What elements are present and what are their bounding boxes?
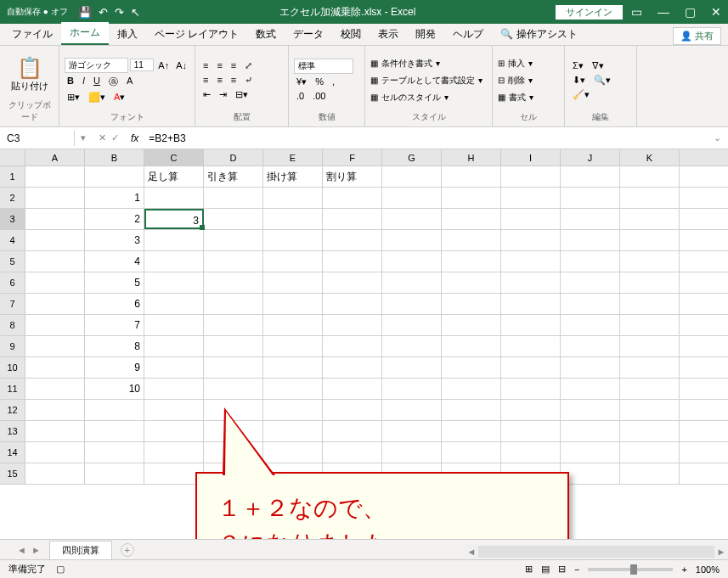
cell[interactable] <box>620 315 680 335</box>
zoom-in-icon[interactable]: + <box>681 564 686 575</box>
cell[interactable] <box>561 315 620 335</box>
cell[interactable] <box>25 463 85 484</box>
paste-button[interactable]: 📋 貼り付け <box>5 56 54 93</box>
cell[interactable] <box>323 251 382 272</box>
cell[interactable] <box>501 442 561 463</box>
minimize-icon[interactable]: — <box>657 5 669 19</box>
row-header-14[interactable]: 14 <box>0 442 25 463</box>
cell[interactable] <box>204 379 263 399</box>
cell[interactable] <box>263 357 323 378</box>
cell[interactable] <box>204 294 263 314</box>
cell[interactable]: 5 <box>85 272 144 293</box>
cell[interactable]: 9 <box>85 357 144 378</box>
row-header-3[interactable]: 3 <box>0 209 25 229</box>
cell[interactable] <box>501 230 561 250</box>
tab-review[interactable]: 校閲 <box>332 24 370 45</box>
cell[interactable] <box>442 230 501 250</box>
align-left-icon[interactable]: ≡ <box>200 74 211 87</box>
sheet-nav-next-icon[interactable]: ► <box>31 545 41 555</box>
cell[interactable] <box>501 421 561 441</box>
cell[interactable] <box>442 251 501 272</box>
cell[interactable] <box>204 272 263 293</box>
cell[interactable] <box>382 209 442 229</box>
cell[interactable] <box>85 421 144 441</box>
cell[interactable] <box>25 272 85 293</box>
close-icon[interactable]: ✕ <box>711 5 721 19</box>
maximize-icon[interactable]: ▢ <box>685 5 696 19</box>
cell[interactable] <box>144 421 204 441</box>
cell[interactable] <box>442 166 501 187</box>
number-format-select[interactable]: 標準 <box>294 59 353 74</box>
tab-dev[interactable]: 開発 <box>407 24 444 45</box>
col-header-C[interactable]: C <box>144 149 204 166</box>
tab-layout[interactable]: ページ レイアウト <box>146 24 247 45</box>
zoom-out-icon[interactable]: − <box>574 564 579 575</box>
increase-indent-icon[interactable]: ⇥ <box>217 88 229 101</box>
cell[interactable] <box>382 442 442 463</box>
cell[interactable]: 3 <box>144 209 204 229</box>
cursor-icon[interactable]: ↖ <box>131 6 140 19</box>
sheet-tab[interactable]: 四則演算 <box>49 541 112 559</box>
cell[interactable] <box>25 357 85 378</box>
phonetic-button[interactable]: ⓐ <box>106 75 121 89</box>
col-header-B[interactable]: B <box>85 149 144 166</box>
cell[interactable] <box>442 336 501 356</box>
cell[interactable] <box>25 400 85 420</box>
cell[interactable] <box>620 463 680 484</box>
cell[interactable] <box>25 442 85 463</box>
cell[interactable] <box>620 166 680 187</box>
insert-cells-button[interactable]: ⊞ 挿入 ▾ <box>498 56 559 71</box>
currency-button[interactable]: ¥▾ <box>294 76 309 88</box>
cell[interactable] <box>442 400 501 420</box>
cell[interactable] <box>144 251 204 272</box>
select-all-corner[interactable] <box>0 149 25 166</box>
cell[interactable] <box>382 294 442 314</box>
cell[interactable] <box>501 166 561 187</box>
cell[interactable] <box>323 294 382 314</box>
fill-color-button[interactable]: 🟨▾ <box>86 91 108 104</box>
ruby-button[interactable]: A <box>124 75 135 89</box>
decrease-font-icon[interactable]: A↓ <box>173 59 189 71</box>
cell[interactable] <box>561 336 620 356</box>
cell[interactable] <box>561 357 620 378</box>
cell[interactable] <box>25 315 85 335</box>
ribbon-options-icon[interactable]: ▭ <box>631 5 642 19</box>
cell[interactable] <box>561 272 620 293</box>
cell[interactable] <box>620 209 680 229</box>
cell[interactable] <box>25 421 85 441</box>
wrap-text-icon[interactable]: ⤶ <box>242 74 255 87</box>
row-header-6[interactable]: 6 <box>0 272 25 293</box>
cell[interactable] <box>323 209 382 229</box>
bold-button[interactable]: B <box>65 75 76 89</box>
cell[interactable] <box>85 166 144 187</box>
horizontal-scrollbar[interactable]: ◄ ► <box>465 544 728 559</box>
cell[interactable] <box>204 357 263 378</box>
tab-file[interactable]: ファイル <box>3 24 61 45</box>
cell[interactable] <box>501 400 561 420</box>
align-bottom-icon[interactable]: ≡ <box>229 59 239 72</box>
cell[interactable]: 6 <box>85 294 144 314</box>
sort-filter-icon[interactable]: ᐁ▾ <box>590 59 607 72</box>
cell[interactable] <box>620 421 680 441</box>
cell[interactable] <box>263 315 323 335</box>
cell[interactable] <box>25 188 85 208</box>
sheet-nav-prev-icon[interactable]: ◄ <box>17 545 26 555</box>
row-header-5[interactable]: 5 <box>0 251 25 272</box>
cell[interactable] <box>501 209 561 229</box>
cell[interactable] <box>323 315 382 335</box>
cell[interactable] <box>382 357 442 378</box>
row-header-4[interactable]: 4 <box>0 230 25 250</box>
fill-icon[interactable]: ⬇▾ <box>570 74 588 87</box>
cell[interactable] <box>501 336 561 356</box>
cell[interactable] <box>25 336 85 356</box>
autosum-icon[interactable]: Σ▾ <box>570 59 586 72</box>
cell[interactable] <box>323 421 382 441</box>
cell[interactable] <box>204 336 263 356</box>
cell[interactable] <box>561 442 620 463</box>
cell[interactable] <box>620 357 680 378</box>
page-layout-view-icon[interactable]: ▤ <box>541 564 550 575</box>
macro-record-icon[interactable]: ▢ <box>56 564 65 575</box>
tab-formula[interactable]: 数式 <box>247 24 285 45</box>
tab-help[interactable]: ヘルプ <box>444 24 492 45</box>
namebox-dropdown-icon[interactable]: ▾ <box>75 132 92 143</box>
